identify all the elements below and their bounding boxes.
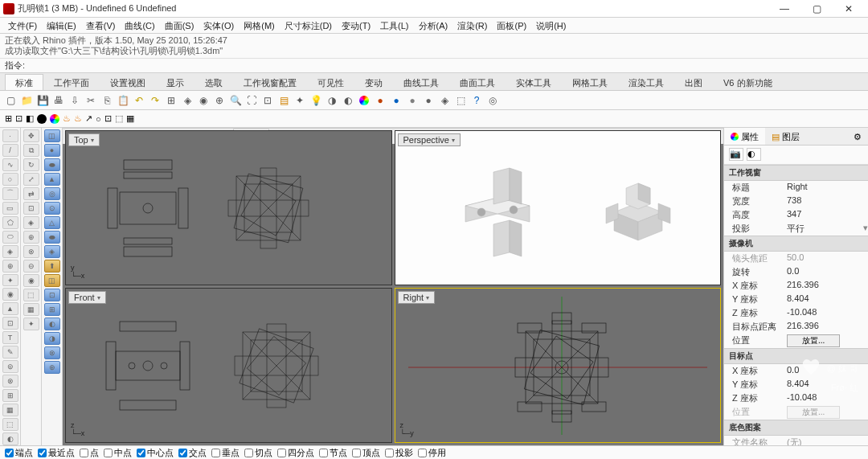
menu-solid[interactable]: 实体(O) — [199, 18, 239, 33]
tab-properties[interactable]: 属性 — [724, 128, 765, 145]
tool-icon[interactable]: ⊡ — [23, 202, 39, 215]
camera-icon[interactable]: 📷 — [729, 148, 743, 161]
save-icon[interactable]: 💾 — [35, 93, 50, 108]
tool-icon[interactable]: ⊞ — [164, 93, 178, 108]
tool-icon[interactable]: ◉ — [196, 93, 211, 108]
tool-icon[interactable]: ✦ — [2, 274, 18, 287]
prop-value[interactable]: 平行 ▾ — [787, 223, 868, 235]
tab-solidtools[interactable]: 实体工具 — [506, 74, 562, 90]
prop-value[interactable]: 216.396 — [787, 321, 868, 333]
tab-curvetools[interactable]: 曲线工具 — [393, 74, 449, 90]
menu-curve[interactable]: 曲线(C) — [120, 18, 159, 33]
tool-icon[interactable]: ⬚ — [115, 113, 123, 124]
prop-value[interactable]: 8.404 — [787, 379, 868, 391]
viewport-right[interactable]: Right▾ — [395, 288, 722, 443]
rect-tool-icon[interactable]: ▭ — [2, 202, 18, 215]
osnap-5[interactable]: 交点 — [178, 447, 207, 459]
prop-value[interactable]: -10.048 — [787, 392, 868, 404]
tool-icon[interactable]: ✦ — [293, 93, 307, 108]
tool-icon[interactable]: ◈ — [23, 216, 39, 229]
tool-icon[interactable]: ⊞ — [44, 303, 60, 316]
tool-icon[interactable]: ⊗ — [2, 375, 18, 387]
tool-icon[interactable]: ◐ — [44, 318, 60, 330]
tool-icon[interactable]: ⊡ — [15, 113, 23, 124]
tool-icon[interactable]: ◉ — [2, 288, 18, 301]
tab-rendertools[interactable]: 渲染工具 — [618, 74, 674, 90]
tab-visibility[interactable]: 可见性 — [307, 74, 354, 90]
tool-icon[interactable]: ⊕ — [44, 361, 60, 374]
prop-value[interactable]: (无) — [787, 436, 868, 445]
flame-icon[interactable]: ♨ — [74, 113, 82, 124]
undo-icon[interactable]: ↶ — [132, 93, 146, 108]
color-black-icon[interactable] — [37, 114, 47, 124]
rotate-tool-icon[interactable]: ↻ — [23, 158, 39, 171]
tool-icon[interactable]: ◎ — [485, 93, 500, 108]
tool-icon[interactable]: ⬚ — [453, 93, 468, 108]
tool-icon[interactable]: ○ — [96, 114, 101, 124]
menu-analyze[interactable]: 分析(A) — [414, 18, 453, 33]
mirror-tool-icon[interactable]: ⇄ — [23, 187, 39, 200]
polygon-tool-icon[interactable]: ⬠ — [2, 216, 18, 229]
menu-help[interactable]: 说明(H) — [531, 18, 571, 33]
place-button[interactable]: 放置... — [787, 406, 868, 419]
help-icon[interactable]: ? — [469, 93, 484, 108]
sphere-icon[interactable]: ● — [373, 93, 387, 108]
layers-icon[interactable]: ▤ — [276, 93, 291, 108]
osnap-2[interactable]: 点 — [80, 447, 99, 459]
prop-value[interactable]: -10.048 — [787, 307, 868, 319]
cone-icon[interactable]: ▲ — [44, 173, 60, 186]
tool-icon[interactable]: ◈ — [44, 245, 60, 258]
prop-value[interactable]: 738 — [787, 195, 868, 207]
material-icon[interactable]: ◐ — [747, 148, 761, 161]
osnap-0[interactable]: 端点 — [5, 447, 33, 459]
light-icon[interactable]: 💡 — [309, 93, 323, 108]
tube-icon[interactable]: ◎ — [44, 187, 60, 200]
tab-surfacetools[interactable]: 曲面工具 — [449, 74, 506, 90]
tool-icon[interactable]: ▦ — [2, 404, 18, 416]
tab-layers[interactable]: ▤图层 — [765, 128, 806, 145]
tool-icon[interactable]: ⊡ — [44, 289, 60, 301]
line-tool-icon[interactable]: / — [2, 144, 18, 157]
zoom-ext-icon[interactable]: ⛶ — [244, 93, 259, 108]
scale-tool-icon[interactable]: ⤢ — [23, 173, 39, 186]
ellipse-tool-icon[interactable]: ⬭ — [2, 231, 18, 244]
tool-icon[interactable]: ▲ — [2, 302, 18, 315]
sphere-icon[interactable]: ● — [421, 93, 436, 108]
tool-icon[interactable]: ◧ — [26, 113, 34, 124]
osnap-11[interactable]: 投影 — [385, 447, 413, 459]
tool-icon[interactable]: ◑ — [325, 93, 339, 108]
viewport-perspective[interactable]: Perspective▾ — [395, 130, 722, 285]
print-icon[interactable]: 🖶 — [51, 93, 66, 108]
tab-select[interactable]: 选取 — [194, 74, 233, 90]
prop-value[interactable]: 0.0 — [787, 266, 868, 278]
osnap-7[interactable]: 切点 — [244, 447, 272, 459]
prop-value[interactable]: 0.0 — [787, 365, 868, 377]
tool-icon[interactable]: ▦ — [126, 113, 134, 124]
osnap-8[interactable]: 四分点 — [277, 447, 314, 459]
viewport-top[interactable]: Top▾ — [65, 130, 392, 285]
menu-mesh[interactable]: 网格(M) — [239, 18, 280, 33]
tab-transform[interactable]: 变动 — [354, 74, 393, 90]
menu-panels[interactable]: 面板(P) — [492, 18, 531, 33]
tool-icon[interactable]: ◫ — [44, 274, 60, 287]
move-tool-icon[interactable]: ✥ — [23, 129, 39, 142]
sphere-icon[interactable]: ● — [405, 93, 420, 108]
tool-icon[interactable]: ⊡ — [104, 113, 112, 124]
osnap-12[interactable]: 停用 — [418, 447, 446, 459]
osnap-4[interactable]: 中心点 — [137, 447, 174, 459]
text-tool-icon[interactable]: T — [2, 331, 18, 344]
tool-icon[interactable]: ◐ — [2, 432, 18, 445]
tool-icon[interactable]: ⊖ — [23, 260, 39, 273]
copy-icon[interactable]: ⎘ — [100, 93, 114, 108]
tab-display[interactable]: 显示 — [156, 74, 194, 90]
tool-icon[interactable]: ▦ — [23, 303, 39, 316]
tool-icon[interactable]: ⊚ — [2, 360, 18, 373]
menu-file[interactable]: 文件(F) — [3, 18, 42, 33]
panel-options-icon[interactable]: ⚙ — [847, 128, 868, 145]
tool-icon[interactable]: ⊡ — [2, 317, 18, 330]
flame-icon[interactable]: ♨ — [63, 113, 71, 124]
tab-standard[interactable]: 标准 — [5, 74, 43, 90]
render-icon[interactable]: ◐ — [341, 93, 355, 108]
extrude-icon[interactable]: ⬆ — [44, 260, 60, 273]
menu-render[interactable]: 渲染(R) — [452, 18, 492, 33]
